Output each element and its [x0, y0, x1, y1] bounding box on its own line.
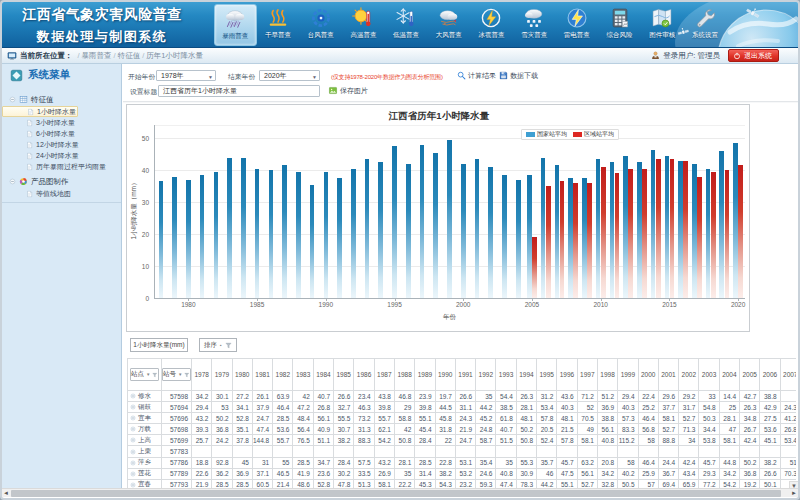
value-cell: 31: [252, 457, 272, 468]
tree-item[interactable]: 1小时降水量: [2, 106, 78, 117]
toolbar-item-wrench[interactable]: 系统设置: [684, 4, 727, 46]
breadcrumb-segment[interactable]: 特征值: [118, 51, 141, 60]
year-column-header: 1990: [435, 359, 455, 391]
wrench-icon: [693, 7, 717, 29]
horizontal-scrollbar[interactable]: ◄ ►: [2, 488, 798, 497]
logout-button[interactable]: 退出系统: [728, 49, 779, 62]
legend-entry[interactable]: 区域站平均: [573, 130, 614, 139]
breadcrumb-segment[interactable]: 暴雨普查: [82, 51, 112, 60]
value-cell: 34.2: [719, 468, 739, 479]
station-cell[interactable]: 铜鼓: [128, 402, 162, 413]
toolbar-item-lightning[interactable]: 雷电普查: [556, 4, 599, 46]
tree-item[interactable]: 3小时降水量: [2, 117, 121, 128]
x-tick-label: 2020: [723, 301, 753, 308]
station-cell[interactable]: 万载: [128, 424, 162, 435]
value-cell: 38.8: [760, 391, 780, 402]
year-column-header: 2004: [719, 359, 739, 391]
value-cell: 28.5: [232, 479, 252, 488]
toolbar-item-low-temp[interactable]: 低温普查: [385, 4, 428, 46]
calculate-button[interactable]: 计算结果: [457, 71, 496, 81]
value-cell: 71.2: [577, 391, 597, 402]
station-cell[interactable]: 上高: [128, 435, 162, 446]
start-year-select[interactable]: 1978年 ▼: [156, 70, 216, 81]
save-image-label: 保存图片: [340, 86, 368, 96]
legend-entry[interactable]: 国家站平均: [526, 130, 567, 139]
toolbar-item-drought[interactable]: 干旱普查: [257, 4, 300, 46]
value-cell: 42.4: [679, 457, 699, 468]
tree-item[interactable]: 24小时降水量: [2, 150, 121, 161]
value-cell: 39.8: [415, 402, 435, 413]
station-filter[interactable]: 站点▼: [130, 368, 159, 381]
grid-icon: [19, 95, 28, 104]
breadcrumb-segment[interactable]: 历年1小时降水量: [146, 51, 203, 60]
bar-national-1989: [310, 185, 315, 298]
station-cell[interactable]: 上栗: [128, 446, 162, 457]
value-cell: 27.5: [760, 413, 780, 424]
value-cell: 77.2: [699, 479, 719, 488]
value-cell: 51.1: [313, 435, 333, 446]
tree-item[interactable]: 12小时降水量: [2, 139, 121, 150]
rainstorm-icon: [223, 8, 247, 30]
y-axis-title: 1小时降水量（mm）: [130, 175, 139, 245]
bar-regional-2007: [560, 181, 565, 298]
station-cell[interactable]: 修水: [128, 391, 162, 402]
value-cell: 41.9: [293, 468, 313, 479]
station-name: 宜春: [138, 480, 151, 488]
toolbar-item-hail[interactable]: 冰雹普查: [470, 4, 513, 46]
station-cell[interactable]: 莲花: [128, 468, 162, 479]
app-title: 江西省气象灾害风险普查 数据处理与制图系统: [7, 6, 197, 46]
station-cell[interactable]: 宜丰: [128, 413, 162, 424]
tree-group[interactable]: 特征值: [2, 93, 121, 106]
sort-control[interactable]: 排序 ▪: [199, 338, 237, 352]
doc-icon: [26, 152, 33, 160]
value-cell: 26.7: [740, 424, 760, 435]
toolbar-item-calculator[interactable]: 综合风险: [598, 4, 641, 46]
lightning-icon: [565, 7, 589, 29]
monitor-icon: [7, 51, 17, 61]
station-id-filter[interactable]: 站号▼: [162, 368, 191, 381]
toolbar-item-rainstorm[interactable]: 暴雨普查: [214, 4, 257, 46]
sort-dash-icon: ▪: [220, 342, 222, 348]
bar-national-2017: [692, 164, 697, 298]
save-image-button[interactable]: 保存图片: [328, 86, 368, 96]
toolbar-item-snow[interactable]: 雪灾普查: [513, 4, 556, 46]
x-axis-title: 年份: [154, 313, 745, 322]
bar-national-2018: [706, 169, 711, 298]
tree-group[interactable]: 产品图制作: [2, 175, 121, 188]
end-year-select[interactable]: 2020年 ▼: [259, 70, 320, 81]
chart-title-input[interactable]: 江西省历年1小时降水量: [158, 85, 320, 97]
value-cell: [516, 446, 536, 457]
funnel-icon: [184, 372, 190, 378]
range-note: (仅支持1978-2020年数据作为图表分析范围): [331, 73, 443, 82]
tree-item[interactable]: 6小时降水量: [2, 128, 121, 139]
station-cell[interactable]: 萍乡: [128, 457, 162, 468]
x-axis: [154, 298, 745, 299]
scroll-left-arrow[interactable]: ◄: [2, 490, 10, 497]
chart-legend[interactable]: 国家站平均区域站平均: [521, 129, 619, 140]
toolbar-item-typhoon[interactable]: 台风普查: [299, 4, 342, 46]
station-cell[interactable]: 宜春: [128, 479, 162, 488]
value-cell: [313, 446, 333, 457]
toolbar-item-wind[interactable]: 大风普查: [427, 4, 470, 46]
tree-item[interactable]: 等值线地图: [2, 188, 121, 199]
tree-item[interactable]: 历年暴雨过程平均雨量: [2, 161, 121, 172]
toolbar-item-map-review[interactable]: 图件审核: [641, 4, 684, 46]
value-cell: 54.3: [435, 479, 455, 488]
snow-icon: [522, 7, 546, 29]
year-column-header: 1978: [192, 359, 212, 391]
scroll-right-arrow[interactable]: ►: [790, 490, 798, 497]
station-id-cell: 57793: [162, 479, 192, 488]
station-id-cell: 57789: [162, 468, 192, 479]
value-cell: 70.5: [577, 413, 597, 424]
value-cell: 33.5: [354, 468, 374, 479]
legend-swatch: [526, 132, 535, 137]
value-cell: 33: [699, 391, 719, 402]
value-cell: 58.1: [374, 479, 394, 488]
value-cell: 25: [719, 402, 739, 413]
x-tick-label: 1995: [380, 301, 410, 308]
scrollbar-thumb[interactable]: [11, 490, 781, 497]
download-button[interactable]: 数据下载: [499, 71, 538, 81]
value-cell: [232, 446, 252, 457]
toolbar-item-high-temp[interactable]: 高温普查: [342, 4, 385, 46]
value-cell: [476, 446, 496, 457]
